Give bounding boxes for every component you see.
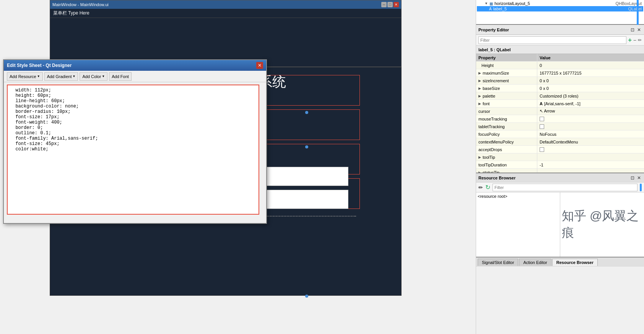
- menubar-text: 菜单栏 Type Here: [53, 10, 89, 16]
- property-filter-input[interactable]: [478, 36, 626, 44]
- add-resource-arrow: ▼: [37, 75, 40, 78]
- minimize-btn[interactable]: ─: [381, 2, 387, 7]
- rb-main: 知乎 @风翼之痕: [560, 192, 644, 257]
- prop-row-cursor[interactable]: cursor ↖ Arrow: [476, 108, 644, 115]
- prop-name-cursor: cursor: [476, 108, 537, 115]
- prop-row-height[interactable]: Height 0: [476, 62, 644, 69]
- prop-row-basesize[interactable]: ▶ baseSize 0 x 0: [476, 85, 644, 92]
- handle-top-right: [305, 111, 308, 114]
- pe-close-button[interactable]: ✕: [636, 27, 642, 33]
- tooltip-expand[interactable]: ▶: [478, 155, 481, 159]
- tab-action-editor[interactable]: Action Editor: [519, 259, 551, 266]
- rb-filter-input[interactable]: [493, 184, 637, 191]
- rb-float-button[interactable]: ⊡: [630, 175, 635, 181]
- prop-value-basesize: 0 x 0: [537, 85, 644, 92]
- maxsize-expand[interactable]: ▶: [478, 71, 481, 75]
- prop-row-tablettracking[interactable]: tabletTracking: [476, 123, 644, 130]
- add-color-button[interactable]: Add Color ▼: [80, 72, 107, 81]
- add-gradient-arrow: ▼: [72, 75, 75, 78]
- prop-row-statustip[interactable]: ▶ statusTip: [476, 169, 644, 173]
- prop-value-focuspolicy: NoFocus: [537, 130, 644, 138]
- prop-name-tooltip: ▶ toolTip: [476, 153, 537, 161]
- filter-pen-button[interactable]: ✏: [638, 37, 642, 43]
- prop-name-contextmenupolicy: contextMenuPolicy: [476, 138, 537, 145]
- sizeinc-expand[interactable]: ▶: [478, 79, 481, 83]
- filter-minus-button[interactable]: −: [633, 37, 636, 43]
- prop-value-contextmenupolicy: DefaultContextMenu: [537, 138, 644, 145]
- rb-tree-root: <resource root>: [478, 194, 507, 199]
- prop-value-mousetracking: [537, 115, 644, 122]
- maximize-btn[interactable]: □: [387, 2, 393, 7]
- prop-row-sizeinc[interactable]: ▶ sizeIncrement 0 x 0: [476, 77, 644, 85]
- prop-value-maxsize: 16777215 x 16777215: [537, 69, 644, 77]
- prop-row-font[interactable]: ▶ font A [Arial,sans-serif, -1]: [476, 100, 644, 108]
- tree-item-layout[interactable]: ▼ ▦ horizontalLayout_5 QHBoxLayout: [477, 1, 643, 6]
- add-font-button[interactable]: Add Font: [109, 72, 132, 81]
- qt-designer-bg: MainWindow - MainWindow.ui ─ □ ✕ 菜单栏 Typ…: [0, 0, 644, 334]
- font-expand[interactable]: ▶: [478, 102, 481, 106]
- prop-value-tooltipduration: -1: [537, 161, 644, 168]
- property-table[interactable]: Property Value Height 0 ▶ maximumSiz: [476, 54, 644, 173]
- layout-icon: ▦: [490, 2, 493, 6]
- prop-row-contextmenupolicy[interactable]: contextMenuPolicy DefaultContextMenu: [476, 138, 644, 146]
- prop-value-height: 0: [537, 62, 644, 69]
- add-gradient-button[interactable]: Add Gradient ▼: [44, 72, 78, 81]
- rb-pencil-button[interactable]: ✏: [478, 184, 483, 191]
- prop-row-maxsize[interactable]: ▶ maximumSize 16777215 x 16777215: [476, 69, 644, 77]
- prop-row-palette[interactable]: ▶ palette Customized (3 roles): [476, 92, 644, 100]
- tree-expand-arrow: ▼: [485, 2, 488, 5]
- prop-name-maxsize: ▶ maximumSize: [476, 69, 537, 77]
- prop-name-palette: ▶ palette: [476, 92, 537, 99]
- preview-menubar: 菜单栏 Type Here: [50, 9, 401, 18]
- property-editor-header: Property Editor ⊡ ✕: [476, 25, 644, 35]
- pe-header-buttons: ⊡ ✕: [630, 27, 642, 33]
- rb-content: <resource root> 知乎 @风翼之痕: [476, 192, 644, 257]
- rb-tree: <resource root>: [476, 192, 560, 257]
- preview-title-bar: MainWindow - MainWindow.ui ─ □ ✕: [50, 0, 401, 9]
- tree-scrollbar-thumb: [637, 0, 639, 25]
- rb-header-buttons: ⊡ ✕: [630, 175, 642, 181]
- right-panel: ▼ ▦ horizontalLayout_5 QHBoxLayout A lab…: [476, 0, 644, 334]
- filter-add-button[interactable]: +: [628, 37, 631, 44]
- property-editor-title: Property Editor: [478, 28, 509, 32]
- tab-resource-browser[interactable]: Resource Browser: [552, 259, 598, 266]
- prop-name-focuspolicy: focusPolicy: [476, 130, 537, 138]
- filter-bar: + − ✏: [476, 35, 644, 46]
- tree-item-label[interactable]: A label_5 QLabel: [477, 6, 643, 11]
- acceptdrops-checkbox[interactable]: [540, 147, 544, 152]
- prop-row-acceptdrops[interactable]: acceptDrops: [476, 146, 644, 153]
- css-textarea[interactable]: width: 112px; height: 60px; line-height:…: [7, 85, 259, 215]
- prop-value-cursor: ↖ Arrow: [537, 108, 644, 115]
- close-btn[interactable]: ✕: [394, 2, 399, 7]
- resource-browser: Resource Browser ⊡ ✕ ✏ ↻ <resource root>…: [476, 173, 644, 257]
- handle-right: [305, 145, 308, 148]
- basesize-expand[interactable]: ▶: [478, 86, 481, 90]
- preview-title-text: MainWindow - MainWindow.ui: [52, 2, 109, 7]
- dialog-title-bar: Edit Style Sheet - Qt Designer ✕: [4, 60, 266, 71]
- prop-row-mousetracking[interactable]: mouseTracking: [476, 115, 644, 123]
- dialog-title-text: Edit Style Sheet - Qt Designer: [7, 63, 72, 68]
- prop-header-row: Property Value: [476, 54, 644, 62]
- mousetracking-checkbox[interactable]: [540, 117, 544, 121]
- prop-value-sizeinc: 0 x 0: [537, 77, 644, 84]
- prop-name-basesize: ▶ baseSize: [476, 85, 537, 92]
- main-preview-window: MainWindow - MainWindow.ui ─ □ ✕ 菜单栏 Typ…: [50, 0, 402, 67]
- add-resource-button[interactable]: Add Resource ▼: [7, 72, 43, 81]
- prop-value-acceptdrops: [537, 146, 644, 153]
- add-color-arrow: ▼: [102, 75, 105, 78]
- rb-close-button[interactable]: ✕: [636, 175, 642, 181]
- prop-header-value: Value: [537, 54, 644, 61]
- prop-row-tooltip[interactable]: ▶ toolTip: [476, 153, 644, 161]
- rb-filter-scrollbar: [640, 184, 642, 191]
- pe-float-button[interactable]: ⊡: [630, 27, 635, 33]
- bottom-tabs: Signal/Slot Editor Action Editor Resourc…: [476, 257, 644, 267]
- prop-row-focuspolicy[interactable]: focusPolicy NoFocus: [476, 130, 644, 138]
- tablettracking-checkbox[interactable]: [540, 124, 544, 129]
- palette-expand[interactable]: ▶: [478, 94, 481, 98]
- label-icon: A: [489, 7, 492, 11]
- prop-row-tooltipduration[interactable]: toolTipDuration -1: [476, 161, 644, 169]
- tab-signal-slot[interactable]: Signal/Slot Editor: [478, 259, 518, 266]
- rb-refresh-button[interactable]: ↻: [485, 184, 490, 191]
- dialog-close-button[interactable]: ✕: [256, 62, 263, 69]
- window-controls: ─ □ ✕: [381, 2, 399, 7]
